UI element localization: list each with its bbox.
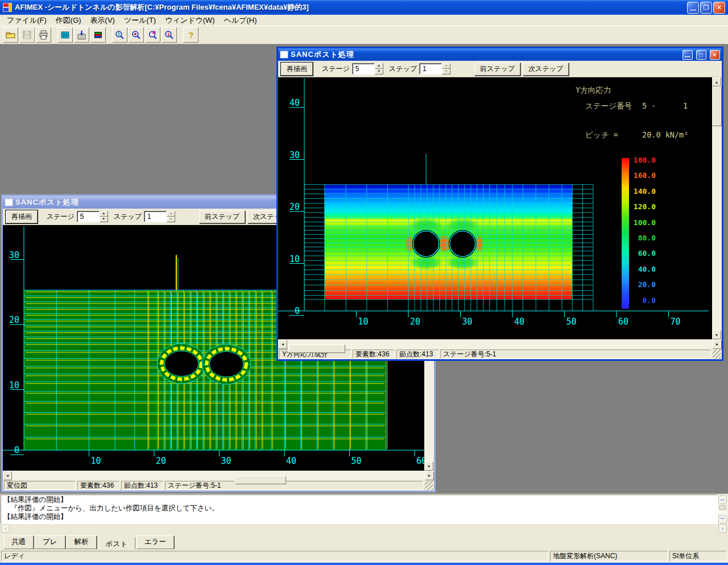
svg-text:20: 20	[9, 315, 19, 325]
prev-step-button[interactable]: 前ステップ	[199, 210, 245, 223]
svg-text:Y方向応力: Y方向応力	[576, 85, 611, 94]
zoom-window-icon	[148, 30, 158, 40]
zoom-reset-button[interactable]: 1	[162, 27, 177, 43]
close-button[interactable]: ✕	[713, 2, 725, 14]
scroll-right-icon[interactable]: ›	[718, 524, 727, 533]
scrollbar-thumb[interactable]	[235, 476, 286, 484]
scroll-left-icon[interactable]: ◄	[278, 340, 287, 349]
scroll-down-icon[interactable]: ﹀	[718, 515, 727, 524]
svg-text:0: 0	[14, 445, 19, 455]
back-status-bar: 変位図要素数:436節点数:413ステージ番号:5-1	[3, 480, 434, 491]
scroll-right-icon[interactable]: ►	[425, 471, 434, 480]
menu-item[interactable]: 作図(G)	[51, 14, 86, 27]
input-data-view-icon	[77, 30, 86, 40]
app-icon	[3, 3, 12, 12]
tab-エラー[interactable]: エラー	[136, 535, 174, 549]
menu-item[interactable]: ファイル(F)	[2, 14, 51, 27]
document-icon	[280, 51, 288, 59]
zoom-fit-button[interactable]	[112, 27, 127, 43]
front-vertical-scrollbar[interactable]: ▲ ▼	[712, 77, 722, 339]
step-value[interactable]: 1	[419, 63, 442, 74]
tab-共通[interactable]: 共通	[3, 535, 34, 549]
close-button[interactable]: ✕	[710, 50, 720, 60]
zoom-fit-icon	[115, 30, 125, 40]
svg-text:40: 40	[514, 317, 524, 327]
prev-step-button[interactable]: 前ステップ	[474, 63, 520, 76]
tab-解析[interactable]: 解析	[67, 535, 97, 549]
zoom-window-button[interactable]	[145, 27, 160, 43]
minimize-button[interactable]: —	[687, 2, 699, 14]
stage-value[interactable]: 5	[352, 63, 375, 74]
svg-text:10: 10	[91, 456, 101, 466]
svg-text:100.0: 100.0	[634, 218, 656, 227]
zoom-in-button[interactable]	[129, 27, 144, 43]
help-icon: ?	[186, 30, 196, 40]
stage-up-icon[interactable]: ▲	[100, 211, 108, 217]
redraw-button[interactable]: 再描画	[6, 210, 38, 223]
scrollbar-thumb[interactable]	[719, 505, 726, 510]
mesh-view-button[interactable]	[57, 27, 73, 43]
front-horizontal-scrollbar[interactable]: ◄ ►	[278, 339, 722, 349]
status-panel: 節点数:413	[396, 350, 439, 359]
step-spinner[interactable]: 1 ▲▼	[419, 63, 450, 74]
svg-text:1: 1	[167, 32, 169, 37]
next-step-button[interactable]: 次ステップ	[523, 63, 569, 76]
svg-text:40.0: 40.0	[638, 265, 656, 273]
svg-text:20.0: 20.0	[638, 280, 656, 289]
menu-item[interactable]: 表示(V)	[86, 14, 119, 27]
svg-text:40: 40	[289, 98, 300, 108]
svg-text:60.0: 60.0	[638, 249, 656, 257]
scroll-left-icon[interactable]: ‹	[1, 524, 10, 533]
step-down-icon[interactable]: ▼	[442, 69, 450, 74]
tab-プレ[interactable]: プレ	[35, 535, 65, 549]
step-spinner[interactable]: 1 ▲▼	[144, 211, 175, 222]
svg-text:80.0: 80.0	[638, 234, 656, 242]
redraw-button[interactable]: 再描画	[281, 63, 313, 76]
menu-item[interactable]: ツール(T)	[119, 14, 160, 27]
print-button[interactable]	[36, 27, 51, 43]
window-border-bottom	[0, 563, 728, 565]
menu-item[interactable]: ヘルプ(H)	[220, 14, 262, 27]
stage-down-icon[interactable]: ▼	[375, 69, 383, 74]
scroll-up-icon[interactable]: ︿	[718, 495, 727, 504]
maximize-button[interactable]: □	[696, 50, 706, 60]
menu-item[interactable]: ウィンドウ(W)	[160, 14, 219, 27]
contour-view-button[interactable]	[90, 27, 106, 43]
stage-label: ステージ	[47, 212, 75, 222]
message-vertical-scrollbar[interactable]: ︿ ﹀	[718, 495, 727, 524]
stage-up-icon[interactable]: ▲	[375, 63, 383, 69]
message-line: 【結果評価の開始】	[3, 496, 715, 504]
stage-down-icon[interactable]: ▼	[100, 217, 108, 222]
stage-value[interactable]: 5	[77, 211, 100, 222]
scroll-right-icon[interactable]: ►	[713, 340, 722, 349]
scrollbar-thumb[interactable]	[712, 86, 722, 126]
restore-button[interactable]: ❐	[700, 2, 712, 14]
message-horizontal-scrollbar[interactable]: ‹ ›	[1, 524, 727, 533]
status-panel: ステージ番号:5-1	[440, 350, 711, 359]
step-value[interactable]: 1	[144, 211, 167, 222]
step-up-icon[interactable]: ▲	[442, 63, 450, 69]
print-icon	[39, 30, 48, 40]
scroll-down-icon[interactable]: ▼	[712, 330, 721, 339]
resize-grip[interactable]	[713, 350, 721, 359]
stress-contour-plot: 01020304010203040506070180.0160.0140.012…	[278, 77, 712, 339]
front-window-title-bar[interactable]: SANCポスト処理 — □ ✕	[278, 48, 722, 61]
step-up-icon[interactable]: ▲	[167, 211, 175, 217]
svg-text:30: 30	[221, 456, 231, 466]
help-button[interactable]: ?	[183, 27, 198, 43]
open-file-button[interactable]	[3, 27, 18, 43]
scroll-up-icon[interactable]: ▲	[712, 77, 721, 86]
input-data-view-button[interactable]	[74, 27, 89, 43]
stage-spinner[interactable]: 5 ▲▼	[352, 63, 383, 74]
step-label: ステップ	[114, 212, 142, 222]
back-horizontal-scrollbar[interactable]: ◄ ►	[3, 471, 434, 480]
save-button[interactable]	[19, 27, 35, 43]
scrollbar-thumb[interactable]	[288, 344, 345, 353]
stage-spinner[interactable]: 5 ▲▼	[77, 211, 108, 222]
svg-text:20: 20	[410, 317, 420, 327]
scroll-down-icon[interactable]: ▼	[424, 462, 433, 471]
scroll-left-icon[interactable]: ◄	[3, 471, 12, 480]
minimize-button[interactable]: —	[682, 50, 693, 60]
resize-grip[interactable]	[425, 481, 433, 490]
step-down-icon[interactable]: ▼	[167, 217, 175, 222]
